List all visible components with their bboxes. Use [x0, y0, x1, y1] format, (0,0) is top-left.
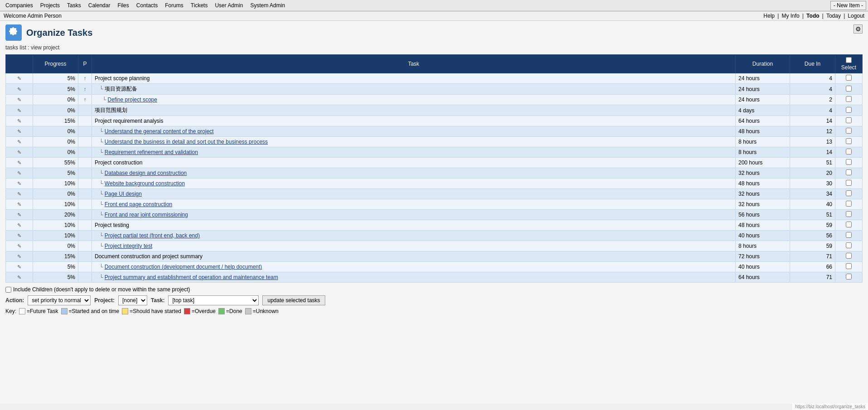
row-checkbox[interactable]: [846, 149, 852, 154]
key-unknown-box: [245, 308, 251, 314]
edit-icon[interactable]: ✎: [17, 76, 21, 81]
edit-icon[interactable]: ✎: [17, 254, 21, 259]
task-link[interactable]: Website background construction: [105, 180, 185, 187]
th-edit: [6, 55, 33, 73]
edit-icon[interactable]: ✎: [17, 202, 21, 207]
task-link[interactable]: Understand the general content of the pr…: [105, 128, 214, 135]
edit-cell: ✎: [6, 262, 33, 272]
task-link[interactable]: Project partial test (front end, back en…: [105, 232, 200, 239]
edit-icon[interactable]: ✎: [17, 170, 21, 176]
edit-icon[interactable]: ✎: [17, 233, 21, 238]
select-all-checkbox[interactable]: [846, 57, 852, 63]
row-checkbox[interactable]: [846, 180, 852, 186]
edit-cell: ✎: [6, 231, 33, 241]
progress-cell: 0%: [33, 241, 78, 251]
edit-icon[interactable]: ✎: [17, 212, 21, 217]
task-link[interactable]: Understand the business in detail and so…: [105, 139, 268, 145]
table-row: ✎5% └ Database design and construction32…: [6, 168, 863, 178]
edit-icon[interactable]: ✎: [17, 150, 21, 155]
row-checkbox[interactable]: [846, 263, 852, 269]
row-checkbox[interactable]: [846, 211, 852, 217]
row-checkbox[interactable]: [846, 253, 852, 259]
nav-forums[interactable]: Forums: [161, 1, 187, 10]
row-checkbox[interactable]: [846, 96, 852, 102]
row-checkbox[interactable]: [846, 222, 852, 227]
edit-icon[interactable]: ✎: [17, 118, 21, 124]
action-select[interactable]: set priority to normal set priority to h…: [28, 295, 91, 305]
task-name: Project requirement analysis: [95, 118, 163, 124]
edit-icon[interactable]: ✎: [17, 129, 21, 134]
row-checkbox[interactable]: [846, 232, 852, 238]
edit-icon[interactable]: ✎: [17, 181, 21, 186]
priority-up-icon: ↑: [84, 86, 87, 92]
select-cell: [835, 95, 863, 105]
nav-calendar[interactable]: Calendar: [85, 1, 114, 10]
task-link[interactable]: Front and rear joint commissioning: [105, 212, 188, 218]
nav-tasks[interactable]: Tasks: [63, 1, 85, 10]
duration-cell: 24 hours: [736, 95, 790, 105]
row-checkbox[interactable]: [846, 159, 852, 165]
task-cell: └ Database design and construction: [92, 168, 736, 178]
row-checkbox[interactable]: [846, 107, 852, 113]
help-link[interactable]: Help: [763, 13, 775, 19]
nav-files[interactable]: Files: [114, 1, 132, 10]
task-link[interactable]: Requirement refinement and validation: [105, 149, 198, 155]
task-cell: └ Understand the general content of the …: [92, 126, 736, 137]
duein-cell: 34: [790, 189, 835, 199]
edit-icon[interactable]: ✎: [17, 243, 21, 249]
task-cell: 项目范围规划: [92, 105, 736, 116]
task-cell: └ Requirement refinement and validation: [92, 147, 736, 158]
myinfo-link[interactable]: My Info: [781, 13, 799, 19]
edit-icon[interactable]: ✎: [17, 97, 21, 102]
project-select[interactable]: [none]: [118, 295, 147, 305]
row-checkbox[interactable]: [846, 128, 852, 134]
nav-contacts[interactable]: Contacts: [133, 1, 161, 10]
task-link[interactable]: Define project scope: [108, 96, 157, 103]
progress-cell: 20%: [33, 210, 78, 220]
nav-companies[interactable]: Companies: [2, 1, 37, 10]
row-checkbox[interactable]: [846, 75, 852, 81]
edit-icon[interactable]: ✎: [17, 108, 21, 113]
task-link[interactable]: Database design and construction: [105, 170, 187, 176]
th-select[interactable]: Select: [835, 55, 863, 73]
edit-icon[interactable]: ✎: [17, 139, 21, 145]
update-selected-button[interactable]: update selected tasks: [262, 295, 325, 305]
today-link[interactable]: Today: [826, 13, 841, 19]
nav-sysadmin[interactable]: System Admin: [246, 1, 289, 10]
progress-cell: 0%: [33, 189, 78, 199]
edit-icon[interactable]: ✎: [17, 87, 21, 92]
row-checkbox[interactable]: [846, 169, 852, 175]
task-link[interactable]: Document construction (development docum…: [105, 264, 262, 270]
row-checkbox[interactable]: [846, 201, 852, 207]
task-link[interactable]: Page UI design: [105, 191, 142, 197]
row-checkbox[interactable]: [846, 138, 852, 144]
logout-link[interactable]: Logout: [848, 13, 864, 19]
include-children-checkbox[interactable]: [5, 287, 11, 293]
edit-icon[interactable]: ✎: [17, 275, 21, 280]
nav-projects[interactable]: Projects: [37, 1, 63, 10]
edit-icon[interactable]: ✎: [17, 222, 21, 228]
row-checkbox[interactable]: [846, 190, 852, 196]
key-future-label: =Future Task: [27, 308, 58, 314]
row-checkbox[interactable]: [846, 274, 852, 280]
nav-useradmin[interactable]: User Admin: [211, 1, 246, 10]
key-should: =Should have started: [122, 308, 181, 314]
task-link[interactable]: Project integrity test: [105, 243, 152, 249]
table-row: ✎5% └ Project summary and establishment …: [6, 272, 863, 283]
duein-cell: 59: [790, 241, 835, 251]
settings-gear-icon[interactable]: ⚙: [854, 24, 863, 34]
nav-tickets[interactable]: Tickets: [187, 1, 212, 10]
new-item-button[interactable]: - New Item -: [830, 1, 866, 10]
duration-cell: 8 hours: [736, 147, 790, 158]
row-checkbox[interactable]: [846, 86, 852, 92]
edit-icon[interactable]: ✎: [17, 264, 21, 270]
edit-icon[interactable]: ✎: [17, 191, 21, 197]
row-checkbox[interactable]: [846, 242, 852, 248]
task-link[interactable]: Front end page construction: [105, 201, 172, 207]
todo-link[interactable]: Todo: [806, 13, 819, 19]
task-select[interactable]: [top task]: [168, 295, 259, 305]
task-cell: └ Understand the business in detail and …: [92, 137, 736, 147]
task-link[interactable]: Project summary and establishment of ope…: [105, 274, 278, 280]
row-checkbox[interactable]: [846, 117, 852, 123]
edit-icon[interactable]: ✎: [17, 160, 21, 165]
